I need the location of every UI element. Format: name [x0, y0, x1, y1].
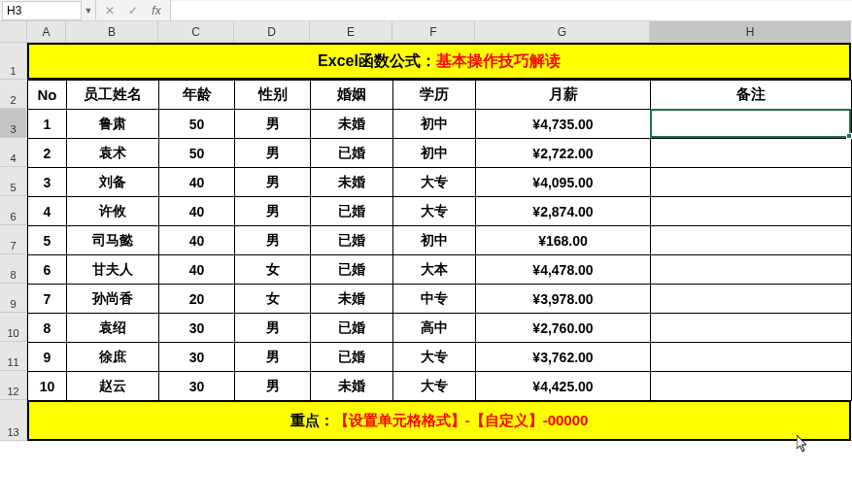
footer-row[interactable]: 重点： 【设置单元格格式】-【自定义】-00000 — [27, 400, 851, 441]
cell-edu[interactable]: 大本 — [393, 255, 476, 285]
col-header-H[interactable]: H — [650, 21, 851, 43]
cell-gender[interactable]: 男 — [235, 110, 311, 139]
cell-salary[interactable]: ¥4,478.00 — [476, 255, 651, 285]
cell-marital[interactable]: 未婚 — [311, 372, 393, 401]
cell-age[interactable]: 40 — [159, 197, 235, 226]
cell-no[interactable]: 9 — [28, 343, 67, 372]
cell-age[interactable]: 30 — [159, 343, 235, 372]
formula-input[interactable] — [171, 1, 852, 20]
cell-gender[interactable]: 男 — [235, 197, 311, 226]
cell-gender[interactable]: 男 — [235, 168, 311, 197]
cell-edu[interactable]: 初中 — [393, 110, 476, 139]
cell-note[interactable] — [651, 110, 852, 139]
col-header-B[interactable]: B — [66, 21, 158, 43]
row-header-9[interactable]: 9 — [0, 284, 27, 313]
cell-gender[interactable]: 女 — [235, 285, 311, 314]
cell-no[interactable]: 2 — [28, 139, 67, 168]
col-name[interactable]: 员工姓名 — [67, 81, 159, 110]
col-marital[interactable]: 婚姻 — [311, 81, 393, 110]
cell-salary[interactable]: ¥2,760.00 — [476, 314, 651, 343]
cell-no[interactable]: 10 — [28, 372, 67, 401]
cancel-button[interactable]: ✕ — [98, 2, 121, 19]
cell-note[interactable] — [651, 285, 852, 314]
cell-no[interactable]: 6 — [28, 255, 67, 285]
row-header-5[interactable]: 5 — [0, 167, 27, 196]
col-gender[interactable]: 性别 — [235, 81, 311, 110]
cell-name[interactable]: 刘备 — [67, 168, 159, 197]
col-edu[interactable]: 学历 — [393, 81, 476, 110]
cell-marital[interactable]: 未婚 — [311, 285, 393, 314]
cell-edu[interactable]: 高中 — [393, 314, 476, 343]
cell-edu[interactable]: 大专 — [393, 197, 476, 226]
row-header-2[interactable]: 2 — [0, 80, 27, 109]
row-header-11[interactable]: 11 — [0, 342, 27, 371]
cell-note[interactable] — [651, 343, 852, 372]
name-box[interactable]: H3 — [2, 1, 82, 20]
cell-gender[interactable]: 女 — [235, 255, 311, 285]
col-no[interactable]: No — [28, 81, 67, 110]
cell-salary[interactable]: ¥2,722.00 — [476, 139, 651, 168]
cell-marital[interactable]: 已婚 — [311, 197, 393, 226]
cell-no[interactable]: 4 — [28, 197, 67, 226]
cell-no[interactable]: 1 — [28, 110, 67, 139]
cell-age[interactable]: 30 — [159, 372, 235, 401]
enter-button[interactable]: ✓ — [121, 2, 145, 19]
cell-edu[interactable]: 大专 — [393, 343, 476, 372]
cell-edu[interactable]: 大专 — [393, 168, 476, 197]
row-header-13[interactable]: 13 — [0, 400, 27, 441]
cell-salary[interactable]: ¥3,978.00 — [476, 285, 651, 314]
cell-gender[interactable]: 男 — [235, 314, 311, 343]
cell-salary[interactable]: ¥168.00 — [476, 226, 651, 255]
col-header-D[interactable]: D — [234, 21, 310, 43]
col-header-C[interactable]: C — [158, 21, 234, 43]
fx-button[interactable]: fx — [145, 2, 168, 19]
cell-note[interactable] — [651, 372, 852, 401]
col-age[interactable]: 年龄 — [159, 81, 235, 110]
cell-no[interactable]: 5 — [28, 226, 67, 255]
cell-name[interactable]: 孙尚香 — [67, 285, 159, 314]
cell-no[interactable]: 3 — [28, 168, 67, 197]
cell-name[interactable]: 司马懿 — [67, 226, 159, 255]
cell-gender[interactable]: 男 — [235, 226, 311, 255]
cell-age[interactable]: 40 — [159, 168, 235, 197]
cell-no[interactable]: 8 — [28, 314, 67, 343]
cell-edu[interactable]: 初中 — [393, 226, 476, 255]
cell-name[interactable]: 袁术 — [67, 139, 159, 168]
cell-marital[interactable]: 未婚 — [311, 110, 393, 139]
cell-marital[interactable]: 已婚 — [311, 255, 393, 285]
cell-gender[interactable]: 男 — [235, 343, 311, 372]
cell-name[interactable]: 袁绍 — [67, 314, 159, 343]
cell-marital[interactable]: 未婚 — [311, 168, 393, 197]
cell-note[interactable] — [651, 197, 852, 226]
cell-salary[interactable]: ¥2,874.00 — [476, 197, 651, 226]
cell-age[interactable]: 40 — [159, 226, 235, 255]
select-all-corner[interactable] — [0, 21, 27, 43]
cell-note[interactable] — [651, 226, 852, 255]
cell-age[interactable]: 50 — [159, 110, 235, 139]
row-header-1[interactable]: 1 — [0, 43, 27, 80]
cell-note[interactable] — [651, 168, 852, 197]
cell-salary[interactable]: ¥4,095.00 — [476, 168, 651, 197]
col-salary[interactable]: 月薪 — [476, 81, 651, 110]
row-header-4[interactable]: 4 — [0, 138, 27, 167]
col-header-A[interactable]: A — [27, 21, 66, 43]
cell-name[interactable]: 许攸 — [67, 197, 159, 226]
cell-no[interactable]: 7 — [28, 285, 67, 314]
cell-marital[interactable]: 已婚 — [311, 139, 393, 168]
cell-note[interactable] — [651, 139, 852, 168]
title-row[interactable]: Excel函数公式： 基本操作技巧解读 — [27, 43, 851, 80]
cell-name[interactable]: 甘夫人 — [67, 255, 159, 285]
row-header-7[interactable]: 7 — [0, 225, 27, 254]
cell-salary[interactable]: ¥3,762.00 — [476, 343, 651, 372]
cell-name[interactable]: 鲁肃 — [67, 110, 159, 139]
cell-edu[interactable]: 大专 — [393, 372, 476, 401]
row-header-8[interactable]: 8 — [0, 254, 27, 284]
cell-age[interactable]: 50 — [159, 139, 235, 168]
col-note[interactable]: 备注 — [651, 81, 852, 110]
col-header-E[interactable]: E — [310, 21, 392, 43]
cell-gender[interactable]: 男 — [235, 372, 311, 401]
cell-age[interactable]: 30 — [159, 314, 235, 343]
cell-marital[interactable]: 已婚 — [311, 343, 393, 372]
col-header-G[interactable]: G — [475, 21, 650, 43]
cell-note[interactable] — [651, 314, 852, 343]
